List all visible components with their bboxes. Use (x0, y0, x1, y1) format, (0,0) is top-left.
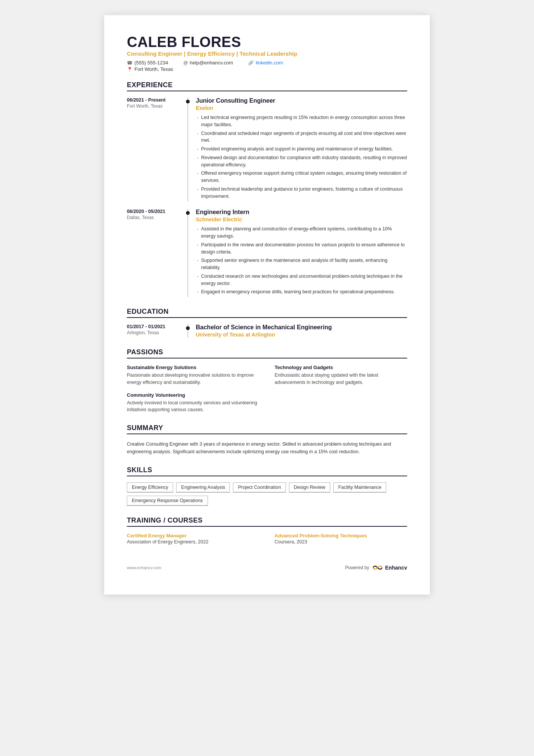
job-1: 06/2021 - Present Fort Worth, Texas Juni… (127, 97, 407, 201)
passion-2-title: Technology and Gadgets (275, 365, 407, 370)
passions-grid: Sustainable Energy Solutions Passionate … (127, 365, 407, 413)
email-contact: @ help@enhancv.com (183, 60, 233, 66)
training-1-org: Association of Energy Engineers, 2022 (127, 539, 259, 545)
candidate-tagline: Consulting Engineer | Energy Efficiency … (127, 50, 407, 57)
experience-section: EXPERIENCE 06/2021 - Present Fort Worth,… (127, 81, 407, 297)
bullet-item: Participated in the review and documenta… (196, 241, 407, 256)
phone-contact: ☎ (555) 555-1234 (127, 60, 168, 66)
passions-title: PASSIONS (127, 348, 407, 358)
edu-dates: 01/2017 - 01/2021 (127, 324, 183, 329)
link-icon: 🔗 (248, 60, 254, 66)
job-1-bullets: Led technical engineering projects resul… (196, 114, 407, 200)
location-icon: 📍 (127, 67, 133, 72)
skills-title: SKILLS (127, 466, 407, 476)
contact-row-1: ☎ (555) 555-1234 @ help@enhancv.com 🔗 li… (127, 60, 407, 66)
job-1-right: Junior Consulting Engineer Exelon Led te… (187, 97, 407, 201)
linkedin-contact[interactable]: 🔗 linkedin.com (248, 60, 283, 66)
enhancv-logo: Enhancv (372, 563, 407, 572)
phone-icon: ☎ (127, 60, 133, 66)
edu-degree: Bachelor of Science in Mechanical Engine… (196, 324, 407, 331)
skill-tag-6: Emergency Response Operations (127, 496, 208, 506)
linkedin-url: linkedin.com (256, 60, 283, 66)
footer-brand: Powered by Enhancv (345, 563, 407, 572)
bullet-item: Provided technical leadership and guidan… (196, 186, 407, 200)
edu-school: University of Texas at Arlington (196, 332, 407, 338)
logo-svg (372, 563, 384, 572)
footer: www.enhancv.com Powered by Enhancv (127, 560, 407, 572)
job-2: 06/2020 - 05/2021 Dallas, Texas Engineer… (127, 209, 407, 297)
bullet-item: Provided engineering analysis and suppor… (196, 146, 407, 153)
job-2-right: Engineering Intern Schneider Electric As… (187, 209, 407, 297)
footer-website: www.enhancv.com (127, 565, 161, 570)
training-2: Advanced Problem-Solving Techniques Cour… (275, 533, 407, 545)
job-2-left: 06/2020 - 05/2021 Dallas, Texas (127, 209, 187, 297)
summary-section: SUMMARY Creative Consulting Engineer wit… (127, 424, 407, 455)
job-2-location: Dallas, Texas (127, 215, 183, 220)
job-2-company: Schneider Electric (196, 216, 407, 222)
bullet-item: Led technical engineering projects resul… (196, 114, 407, 128)
job-2-dates: 06/2020 - 05/2021 (127, 209, 183, 214)
edu-location: Arlington, Texas (127, 330, 183, 335)
passions-section: PASSIONS Sustainable Energy Solutions Pa… (127, 348, 407, 413)
education-section: EDUCATION 01/2017 - 01/2021 Arlington, T… (127, 308, 407, 338)
location-text: Fort Worth, Texas (134, 66, 173, 72)
skill-tag-2: Engineering Analysis (176, 482, 230, 493)
passion-3-title: Community Volunteering (127, 392, 259, 398)
passion-1: Sustainable Energy Solutions Passionate … (127, 365, 259, 386)
skill-tag-1: Energy Efficiency (127, 482, 173, 493)
bullet-item: Supported senior engineers in the mainte… (196, 257, 407, 271)
candidate-name: CALEB FLORES (127, 34, 407, 50)
passion-1-title: Sustainable Energy Solutions (127, 365, 259, 370)
skills-wrap: Energy Efficiency Engineering Analysis P… (127, 482, 407, 506)
education-title: EDUCATION (127, 308, 407, 318)
summary-title: SUMMARY (127, 424, 407, 434)
passion-2: Technology and Gadgets Enthusiastic abou… (275, 365, 407, 386)
job-1-left: 06/2021 - Present Fort Worth, Texas (127, 97, 187, 201)
training-1-name: Certified Energy Manager (127, 533, 259, 538)
edu-item-1: 01/2017 - 01/2021 Arlington, Texas Bache… (127, 324, 407, 338)
brand-name: Enhancv (385, 565, 407, 571)
job-2-bullets: Assisted in the planning and constructio… (196, 225, 407, 296)
training-title: TRAINING / COURSES (127, 517, 407, 527)
passion-3-desc: Actively involved in local community ser… (127, 399, 259, 414)
experience-title: EXPERIENCE (127, 81, 407, 91)
edu-left: 01/2017 - 01/2021 Arlington, Texas (127, 324, 187, 338)
skill-tag-3: Project Coordination (233, 482, 286, 493)
skill-tag-4: Design Review (289, 482, 330, 493)
email-icon: @ (183, 60, 188, 66)
bullet-item: Offered emergency response support durin… (196, 170, 407, 184)
passion-3: Community Volunteering Actively involved… (127, 392, 259, 414)
bullet-item: Engaged in emergency response drills, le… (196, 288, 407, 296)
contact-row-2: 📍 Fort Worth, Texas (127, 66, 407, 72)
location-contact: 📍 Fort Worth, Texas (127, 66, 173, 72)
training-2-name: Advanced Problem-Solving Techniques (275, 533, 407, 538)
passion-2-desc: Enthusiastic about staying updated with … (275, 372, 407, 386)
email-address: help@enhancv.com (190, 60, 233, 66)
job-1-location: Fort Worth, Texas (127, 103, 183, 109)
powered-by-text: Powered by (345, 565, 369, 570)
training-1: Certified Energy Manager Association of … (127, 533, 259, 545)
job-1-company: Exelon (196, 105, 407, 111)
training-grid: Certified Energy Manager Association of … (127, 533, 407, 545)
edu-right: Bachelor of Science in Mechanical Engine… (187, 324, 407, 338)
job-1-dates: 06/2021 - Present (127, 97, 183, 103)
bullet-item: Coordinated and scheduled major segments… (196, 130, 407, 144)
training-section: TRAINING / COURSES Certified Energy Mana… (127, 517, 407, 545)
training-2-org: Coursera, 2023 (275, 539, 407, 545)
passion-1-desc: Passionate about developing innovative s… (127, 372, 259, 386)
bullet-item: Reviewed design and documentation for co… (196, 154, 407, 169)
skills-section: SKILLS Energy Efficiency Engineering Ana… (127, 466, 407, 506)
summary-text: Creative Consulting Engineer with 3 year… (127, 440, 407, 455)
bullet-item: Assisted in the planning and constructio… (196, 225, 407, 240)
header: CALEB FLORES Consulting Engineer | Energ… (127, 34, 407, 72)
job-1-title: Junior Consulting Engineer (196, 97, 407, 104)
job-2-title: Engineering Intern (196, 209, 407, 216)
phone-number: (555) 555-1234 (134, 60, 168, 66)
resume-page: CALEB FLORES Consulting Engineer | Energ… (104, 15, 430, 595)
skill-tag-5: Facility Maintenance (333, 482, 386, 493)
bullet-item: Conducted research on new technologies a… (196, 273, 407, 287)
